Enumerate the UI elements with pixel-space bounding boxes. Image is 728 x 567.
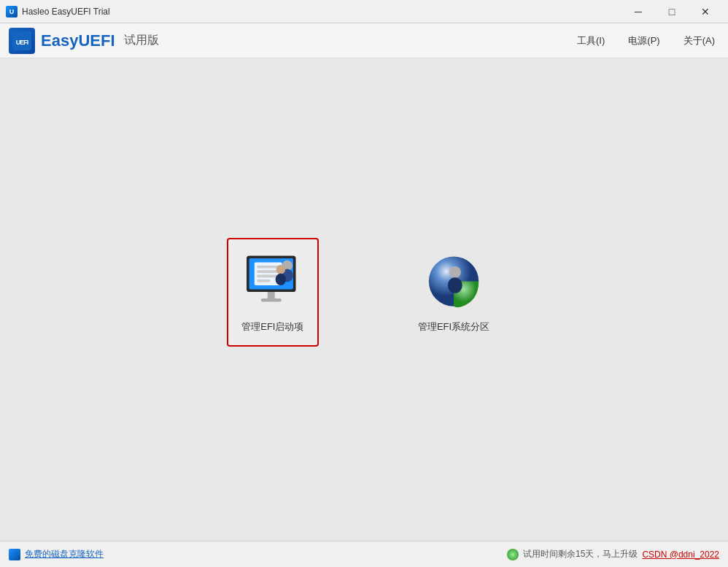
- trial-notice-icon: [507, 549, 519, 560]
- bottom-bar: 免费的磁盘克隆软件 试用时间剩余15天，马上升级 CSDN @ddni_2022: [0, 541, 728, 567]
- title-bar: U Hasleo EasyUEFI Trial ─ □ ✕: [0, 0, 728, 23]
- svg-point-13: [276, 265, 285, 274]
- svg-point-17: [448, 277, 462, 293]
- power-menu[interactable]: 电源(P): [624, 31, 664, 50]
- svg-text:UEFI: UEFI: [16, 39, 28, 46]
- manage-efi-boot-tile[interactable]: 管理EFI启动项: [227, 238, 319, 347]
- minimize-button[interactable]: ─: [621, 0, 655, 23]
- trial-label: 试用版: [124, 33, 159, 48]
- logo-icon: UEFI: [9, 28, 35, 54]
- maximize-button[interactable]: □: [655, 0, 689, 23]
- menu-bar: UEFI EasyUEFI 试用版 工具(I) 电源(P) 关于(A): [0, 23, 728, 58]
- svg-rect-12: [261, 298, 282, 302]
- efi-partition-icon: [421, 251, 487, 313]
- menu-items: 工具(I) 电源(P) 关于(A): [573, 31, 719, 50]
- free-software-link[interactable]: 免费的磁盘克隆软件: [9, 548, 104, 560]
- efi-boot-label: 管理EFI启动项: [241, 320, 303, 333]
- svg-point-16: [449, 266, 461, 278]
- main-content: 管理EFI启动项 管理EFI系统分区: [0, 58, 728, 541]
- tools-menu[interactable]: 工具(I): [573, 31, 609, 50]
- svg-rect-6: [257, 270, 279, 273]
- window-title: Hasleo EasyUEFI Trial: [22, 7, 621, 17]
- about-menu[interactable]: 关于(A): [679, 31, 719, 50]
- close-button[interactable]: ✕: [689, 0, 722, 23]
- trial-notice: 试用时间剩余15天，马上升级 CSDN @ddni_2022: [507, 548, 719, 560]
- efi-boot-icon: [240, 251, 306, 313]
- app-logo: UEFI EasyUEFI 试用版: [9, 28, 159, 54]
- disk-clone-icon: [9, 549, 20, 560]
- window-controls: ─ □ ✕: [621, 0, 722, 23]
- svg-point-14: [275, 274, 285, 285]
- svg-rect-5: [257, 266, 279, 269]
- app-name: EasyUEFI: [41, 31, 115, 50]
- manage-efi-partition-tile[interactable]: 管理EFI系统分区: [406, 239, 501, 345]
- svg-rect-8: [257, 279, 270, 282]
- upgrade-link[interactable]: CSDN @ddni_2022: [642, 549, 719, 560]
- efi-partition-label: 管理EFI系统分区: [418, 320, 489, 333]
- app-icon: U: [6, 6, 18, 18]
